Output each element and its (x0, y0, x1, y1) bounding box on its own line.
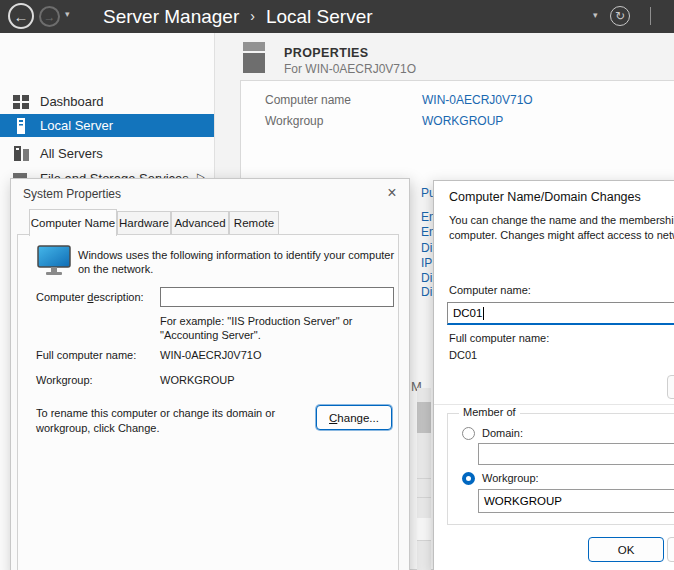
breadcrumb: Server Manager › Local Server (103, 2, 373, 32)
scrollbar-segment (417, 478, 431, 479)
sidebar-item-local-server[interactable]: Local Server (0, 114, 214, 137)
computer-name-tab-page: Windows uses the following information t… (17, 234, 399, 570)
computer-description-input[interactable] (160, 287, 394, 307)
dashboard-icon (13, 94, 30, 110)
forward-icon: → (44, 10, 56, 24)
property-value-fragment: Di (421, 285, 432, 299)
computer-description-label: Computer description: (36, 291, 144, 303)
servers-icon (13, 146, 30, 162)
property-value-fragment: Di (421, 271, 432, 285)
computer-name-input-value: DC01 (453, 307, 482, 319)
full-computer-name-value: WIN-0AECRJ0V71O (160, 349, 261, 361)
member-of-label: Member of (459, 406, 520, 418)
full-computer-name-label: Full computer name: (449, 332, 549, 344)
back-icon: ← (14, 8, 29, 25)
forward-button[interactable]: → (39, 6, 60, 27)
dialog-body-text: You can change the name and the membersh… (449, 214, 674, 226)
more-button-partial[interactable] (667, 375, 674, 399)
sidebar-item-all-servers[interactable]: All Servers (0, 142, 214, 165)
server-icon (13, 118, 30, 134)
system-properties-dialog: System Properties × Computer Name Hardwa… (10, 178, 410, 570)
breadcrumb-separator-icon: › (250, 8, 255, 24)
refresh-button[interactable]: ↻ (610, 6, 630, 26)
change-button[interactable]: Change... (316, 405, 392, 430)
refresh-icon: ↻ (615, 9, 625, 23)
tab-advanced[interactable]: Advanced (171, 211, 229, 235)
description-example-text: For example: "IIS Production Server" or (160, 315, 352, 327)
tab-computer-name[interactable]: Computer Name (29, 209, 117, 236)
breadcrumb-page: Local Server (266, 6, 373, 28)
section-divider (434, 404, 674, 405)
sidebar-item-label: Dashboard (40, 94, 104, 109)
back-button[interactable]: ← (8, 3, 34, 29)
intro-text: Windows uses the following information t… (78, 249, 394, 261)
workgroup-label: Workgroup: (36, 374, 93, 386)
domain-radio[interactable] (462, 427, 475, 440)
domain-radio-label[interactable]: Domain: (482, 427, 523, 439)
properties-title: PROPERTIES (284, 46, 369, 60)
background-scrollbar[interactable] (417, 388, 431, 570)
computer-name-label: Computer name (265, 93, 351, 107)
close-icon[interactable]: × (382, 183, 402, 203)
workgroup-link[interactable]: WORKGROUP (422, 114, 503, 128)
full-computer-name-label: Full computer name: (36, 349, 136, 361)
description-example-text: "Accounting Server". (160, 329, 261, 341)
cancel-button-partial[interactable] (667, 537, 674, 562)
scrollbar-segment (417, 497, 431, 498)
intro-text: on the network. (78, 263, 153, 275)
breadcrumb-app[interactable]: Server Manager (103, 6, 239, 28)
sidebar-item-dashboard[interactable]: Dashboard (0, 90, 214, 113)
workgroup-input-value: WORKGROUP (484, 495, 562, 507)
workgroup-label: Workgroup (265, 114, 323, 128)
text-cursor (483, 307, 484, 320)
nav-dropdown-icon[interactable]: ▾ (65, 9, 70, 19)
title-bar: ← → ▾ Server Manager › Local Server ▾ ↻ (0, 0, 674, 33)
workgroup-value: WORKGROUP (160, 374, 235, 386)
sidebar-item-label: Local Server (40, 118, 113, 133)
computer-name-link[interactable]: WIN-0AECRJ0V71O (422, 93, 533, 107)
dialog-body-text: computer. Changes might affect access to… (449, 229, 674, 241)
computer-name-label: Computer name: (449, 284, 531, 296)
dialog-title: Computer Name/Domain Changes (449, 190, 641, 204)
toolbar-divider (650, 7, 651, 25)
properties-tile-icon (243, 53, 265, 73)
property-value-fragment: IP (421, 256, 432, 270)
properties-subtitle: For WIN-0AECRJ0V71O (284, 62, 416, 76)
computer-name-input[interactable]: DC01 (447, 302, 674, 325)
scrollbar-segment (417, 540, 431, 541)
full-computer-name-value: DC01 (449, 349, 477, 361)
property-value-fragment: Di (421, 241, 432, 255)
toolbar-dropdown-icon[interactable]: ▾ (593, 10, 598, 20)
properties-tile-icon (243, 42, 265, 51)
domain-input[interactable] (478, 443, 674, 465)
domain-changes-dialog: Computer Name/Domain Changes You can cha… (433, 180, 674, 570)
ok-button[interactable]: OK (588, 537, 664, 562)
rename-hint-text: workgroup, click Change. (36, 422, 160, 434)
scrollbar-thumb[interactable] (417, 402, 431, 433)
workgroup-radio[interactable] (462, 472, 475, 485)
workgroup-input[interactable]: WORKGROUP (478, 489, 674, 513)
dialog-title: System Properties (23, 187, 121, 201)
monitor-icon (36, 245, 74, 277)
rename-hint-text: To rename this computer or change its do… (36, 407, 275, 419)
server-manager-window: ← → ▾ Server Manager › Local Server ▾ ↻ … (0, 0, 674, 570)
tab-remote[interactable]: Remote (229, 211, 279, 235)
sidebar-item-label: All Servers (40, 146, 103, 161)
tab-hardware[interactable]: Hardware (117, 211, 171, 235)
workgroup-radio-label[interactable]: Workgroup: (482, 472, 539, 484)
scrollbar-segment (417, 518, 431, 540)
